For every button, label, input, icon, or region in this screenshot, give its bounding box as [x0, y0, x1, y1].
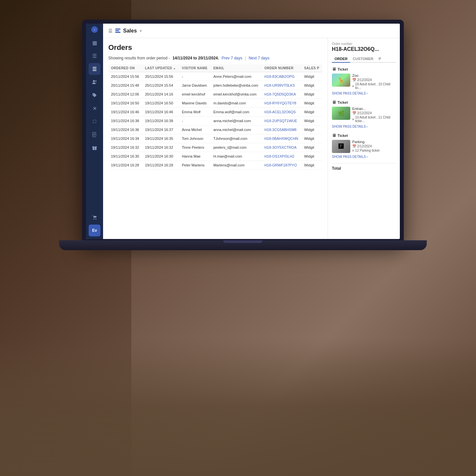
table-row[interactable]: 19/11/2024 16:36 19/11/2024 16:37 Anna M…: [108, 125, 322, 134]
table-row[interactable]: 20/11/2024 12:06 20/11/2024 14:16 emiel …: [108, 90, 322, 99]
date-value: 2/12/2024: [357, 144, 372, 148]
sidebar-icon-file[interactable]: [89, 129, 100, 141]
cell-visitor-name: Hanna Mae: [179, 152, 211, 161]
sidebar-icon-orders[interactable]: [89, 63, 100, 75]
cell-sales: Widgit: [301, 90, 322, 99]
cell-order-number[interactable]: H18-RY6YQGTEY8: [262, 99, 301, 108]
cell-order-number[interactable]: H18-3CG5ABHSM8: [262, 125, 301, 134]
sidebar-icon-gift[interactable]: [89, 142, 100, 154]
cell-email: anna.michel@mail.com: [211, 125, 262, 134]
screen: › ▦ ☰: [86, 24, 400, 239]
next-7-days-link[interactable]: Next 7 days: [249, 56, 269, 60]
laptop-notch: [223, 240, 263, 243]
date-value: 2/12/2024: [357, 111, 372, 115]
table-row[interactable]: 20/11/2024 15:56 20/11/2024 15:56 - Anne…: [108, 72, 322, 81]
cell-email: peeters_t@mail.com: [211, 143, 262, 152]
sidebar-icon-grid[interactable]: ▦: [89, 37, 100, 49]
page-title: Orders: [108, 43, 322, 52]
cell-email: jolien.hollebeke@vintia.com: [211, 81, 262, 90]
cell-visitor-name: Maxime Davids: [179, 99, 211, 108]
svg-point-5: [93, 94, 94, 95]
cell-ordered-on: 19/11/2024 16:38: [108, 117, 142, 125]
sidebar-icon-list[interactable]: ☰: [89, 50, 100, 62]
filter-text: Showing results from order period -: [108, 56, 170, 60]
cell-visitor-name: Anna Michel: [179, 125, 211, 134]
cell-sales: Widgit: [301, 117, 322, 125]
cell-order-number[interactable]: H18-GRWF187PYO: [262, 161, 301, 170]
menu-icon[interactable]: ☰: [108, 28, 113, 33]
cell-visitor-name: -: [179, 117, 211, 125]
cell-order-number[interactable]: H18-ACEL32O6QS: [262, 108, 301, 117]
table-row[interactable]: 20/11/2024 15:48 20/11/2024 15:54 Jarne …: [108, 81, 322, 90]
table-row[interactable]: 19/11/2024 16:50 19/11/2024 16:50 Maxime…: [108, 99, 322, 108]
table-header-row: ORDERED ON LAST UPDATED ▲ VISITOR NAME E…: [108, 64, 322, 72]
sidebar-nav-arrow[interactable]: ›: [91, 26, 98, 33]
table-row[interactable]: 19/11/2024 16:46 19/11/2024 16:46 Emma W…: [108, 108, 322, 117]
cell-order-number[interactable]: H18-3OY5XCTROA: [262, 143, 301, 152]
cell-ordered-on: 19/11/2024 16:28: [108, 161, 142, 170]
chevron-right-icon: ›: [367, 125, 368, 128]
table-row[interactable]: 19/11/2024 16:32 19/11/2024 16:32 Tinne …: [108, 143, 322, 152]
cell-visitor-name: Tinne Peeters: [179, 143, 211, 152]
cell-order-number[interactable]: H18-2UPSQT1WUE: [262, 117, 301, 125]
ticket-card-2: 🖥 Ticket 🌿 Entran... 📅 2/12/2024 ≡ 10 Ad…: [332, 100, 396, 128]
cell-order-number[interactable]: H18-83CABi2OPG: [262, 72, 301, 81]
show-pass-details-link[interactable]: SHOW PASS DETAILS ›: [332, 92, 396, 95]
cell-order-number[interactable]: H18-UR99VT0LKS: [262, 81, 301, 90]
cell-email: TJohnson@mail.com: [211, 134, 262, 143]
tab-p[interactable]: P: [376, 55, 383, 63]
show-pass-label: SHOW PASS DETAILS: [332, 92, 366, 95]
date-range: 14/11/2024 to 20/11/2024.: [172, 56, 219, 60]
cell-email: Anne.Peters@mail.com: [211, 72, 262, 81]
table-row[interactable]: 19/11/2024 16:34 19/11/2024 16:35 Tom Jo…: [108, 134, 322, 143]
col-email[interactable]: EMAIL: [211, 64, 262, 72]
sidebar-icon-square[interactable]: □: [89, 116, 100, 127]
col-visitor-name[interactable]: VISITOR NAME: [179, 64, 211, 72]
header: ☰ Sales ∨: [103, 24, 400, 38]
sidebar-icon-users[interactable]: [89, 76, 100, 88]
ticket-cards: 🖥 Ticket 🦒 Zoo 📅 2/12/2024 ≡ 18 Adult ti…: [332, 67, 396, 159]
cell-visitor-name: Emma Wolf: [179, 108, 211, 117]
cell-order-number[interactable]: H18-0BAHXWQCHN: [262, 134, 301, 143]
sidebar-icon-tag[interactable]: [89, 89, 100, 101]
cell-sales: Widgit: [301, 72, 322, 81]
svg-point-14: [96, 219, 97, 220]
tab-customer[interactable]: CUSTOMER: [350, 55, 376, 63]
ticket-image: 🅿: [332, 140, 350, 153]
sidebar-icon-cart[interactable]: [89, 211, 100, 223]
tab-order[interactable]: ORDER: [332, 55, 350, 63]
app-chevron[interactable]: ∨: [140, 29, 142, 32]
ticket-date: 📅 2/12/2024: [352, 111, 396, 115]
show-pass-details-link[interactable]: SHOW PASS DETAILS ›: [332, 125, 396, 128]
col-last-updated[interactable]: LAST UPDATED ▲: [142, 64, 179, 72]
main-content: ☰ Sales ∨ Orders Showing results from or…: [103, 24, 400, 239]
table-row[interactable]: 19/11/2024 16:38 19/11/2024 16:38 - anna…: [108, 117, 322, 125]
col-ordered-on[interactable]: ORDERED ON: [108, 64, 142, 72]
cell-ordered-on: 20/11/2024 12:06: [108, 90, 142, 99]
show-pass-details-link[interactable]: SHOW PASS DETAILS ›: [332, 155, 396, 159]
table-row[interactable]: 19/11/2024 16:30 19/11/2024 16:30 Hanna …: [108, 152, 322, 161]
cell-order-number[interactable]: H18-7Q5D5QD3KA: [262, 90, 301, 99]
col-sales[interactable]: SALES P: [301, 64, 322, 72]
svg-point-4: [95, 80, 97, 82]
prev-7-days-link[interactable]: Prev 7 days: [222, 56, 242, 60]
qty-value: 18 Adult ticket , 10 Child tic...: [355, 82, 396, 90]
cell-email: Emma.wolf@mail.com: [211, 108, 262, 117]
ticket-body: 🅿 Parking 📅 2/12/2024 ≡ 12 Parking ticke…: [332, 140, 396, 153]
cell-ordered-on: 19/11/2024 16:34: [108, 134, 142, 143]
ticket-info: Zoo 📅 2/12/2024 ≡ 18 Adult ticket , 10 C…: [352, 74, 396, 90]
cell-last-updated: 19/11/2024 16:32: [142, 143, 179, 152]
col-order-number[interactable]: ORDER NUMBER: [262, 64, 301, 72]
logo-bars: [115, 29, 120, 33]
cell-email: emiel.kerckhof@vintia.com: [211, 90, 262, 99]
cell-visitor-name: -: [179, 72, 211, 81]
sidebar-icon-x[interactable]: ✕: [89, 102, 100, 114]
orders-main: Orders Showing results from order period…: [103, 38, 328, 239]
ticket-quantity: ≡ 12 Parking ticket: [352, 149, 396, 152]
cell-order-number[interactable]: H18-OS1XPISLH2: [262, 152, 301, 161]
table-row[interactable]: 19/11/2024 16:28 19/11/2024 16:28 Peter …: [108, 161, 322, 170]
ticket-image: 🦒: [332, 74, 350, 87]
date-value: 2/12/2024: [357, 78, 372, 82]
qty-value: 12 Parking ticket: [355, 149, 379, 152]
ticket-card-3: 🖥 Ticket 🅿 Parking 📅 2/12/2024 ≡ 12 Park…: [332, 133, 396, 159]
